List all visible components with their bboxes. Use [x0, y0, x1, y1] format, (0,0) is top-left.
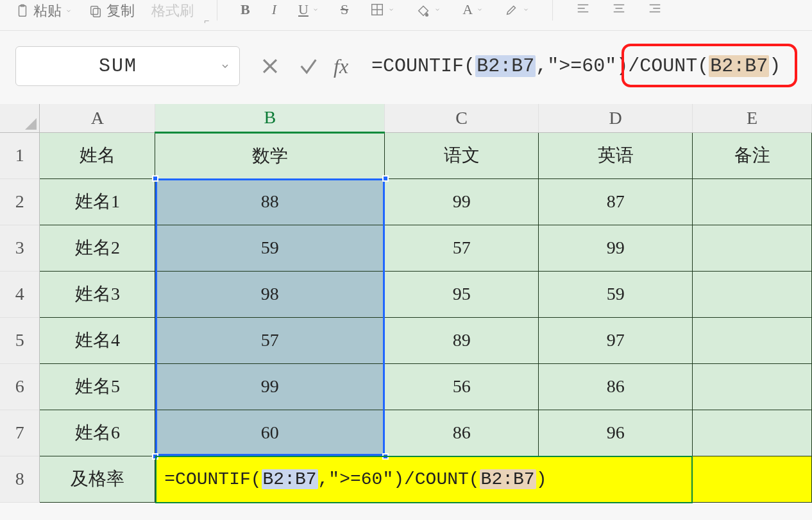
ribbon-separator [552, 0, 553, 21]
cell-E6[interactable] [693, 363, 812, 410]
highlight-button[interactable] [501, 1, 533, 18]
cell-B1[interactable]: 数学 [155, 132, 385, 178]
cell-B8-editing[interactable]: =COUNTIF(B2:B7,">=60")/COUNT(B2:B7) [155, 456, 693, 502]
column-header-row: A B C D E [0, 104, 812, 132]
cell-A6[interactable]: 姓名5 [40, 363, 155, 410]
borders-icon [370, 3, 384, 17]
format-painter-button[interactable]: 格式刷 [148, 0, 198, 22]
row-head-2[interactable]: 2 [0, 178, 40, 225]
formula-text: =COUNTIF(B2:B7,">=60")/COUNT(B2:B7) [371, 55, 781, 77]
cell-C7[interactable]: 86 [385, 410, 539, 456]
cell-C3[interactable]: 57 [385, 225, 539, 271]
paste-button[interactable]: 粘贴 [12, 0, 76, 22]
align-left-icon [576, 1, 590, 15]
cell-E5[interactable] [693, 317, 812, 363]
enter-button[interactable] [295, 53, 322, 80]
fill-icon [416, 3, 430, 17]
cell-B7[interactable]: 60 [155, 410, 385, 456]
col-head-B[interactable]: B [155, 104, 385, 132]
cell-A4[interactable]: 姓名3 [40, 271, 155, 317]
chevron-down-icon [477, 6, 483, 13]
row-head-7[interactable]: 7 [0, 410, 40, 456]
cell-D7[interactable]: 96 [539, 410, 693, 456]
fx-label[interactable]: fx [334, 55, 352, 78]
col-head-A[interactable]: A [40, 104, 155, 132]
cell-B2[interactable]: 88 [155, 178, 385, 225]
paste-icon [15, 4, 30, 18]
cell-E3[interactable] [693, 225, 812, 271]
chevron-down-icon [523, 6, 529, 13]
table-row: 1 姓名 数学 语文 英语 备注 [0, 132, 812, 178]
row-head-3[interactable]: 3 [0, 225, 40, 271]
cell-A1[interactable]: 姓名 [40, 132, 155, 178]
cell-B4[interactable]: 98 [155, 271, 385, 317]
cell-A8[interactable]: 及格率 [40, 456, 155, 502]
name-box-value: SUM [16, 55, 220, 77]
ribbon-separator [217, 0, 217, 21]
formula-input[interactable]: =COUNTIF(B2:B7,">=60")/COUNT(B2:B7) [369, 46, 797, 86]
cancel-button[interactable] [257, 53, 283, 80]
cell-E4[interactable] [693, 271, 812, 317]
cell-D1[interactable]: 英语 [539, 132, 693, 178]
spreadsheet-grid[interactable]: A B C D E 1 姓名 数学 语文 英语 备注 2 姓名1 88 [0, 104, 812, 503]
cell-A7[interactable]: 姓名6 [40, 410, 155, 456]
italic-button[interactable]: I [268, 0, 280, 19]
align-left-button[interactable] [572, 0, 594, 17]
font-color-button[interactable]: A [459, 0, 487, 19]
table-row: 7 姓名6 60 86 96 [0, 410, 812, 456]
table-row: 3 姓名2 59 57 99 [0, 225, 812, 271]
row-head-5[interactable]: 5 [0, 317, 40, 363]
cell-A5[interactable]: 姓名4 [40, 317, 155, 363]
table-row: 8 及格率 =COUNTIF(B2:B7,">=60")/COUNT(B2:B7… [0, 456, 812, 502]
cell-C1[interactable]: 语文 [385, 132, 539, 178]
cell-C2[interactable]: 99 [385, 178, 539, 225]
cell-D2[interactable]: 87 [539, 178, 693, 225]
table-row: 5 姓名4 57 89 97 [0, 317, 812, 363]
align-center-icon [612, 1, 626, 15]
cell-C4[interactable]: 95 [385, 271, 539, 317]
cell-D5[interactable]: 97 [539, 317, 693, 363]
underline-button[interactable]: U [294, 0, 323, 19]
chevron-down-icon [434, 6, 441, 13]
copy-button[interactable]: 复制 [85, 0, 139, 22]
col-head-D[interactable]: D [539, 104, 693, 132]
row-head-1[interactable]: 1 [0, 132, 40, 178]
cell-B5[interactable]: 57 [155, 317, 385, 363]
table-row: 2 姓名1 88 99 87 [0, 178, 812, 225]
row-head-4[interactable]: 4 [0, 271, 40, 317]
row-head-8[interactable]: 8 [0, 456, 40, 502]
strike-button[interactable]: S [337, 0, 352, 19]
cell-E1[interactable]: 备注 [693, 132, 812, 178]
chevron-down-icon[interactable] [220, 61, 230, 71]
cell-C5[interactable]: 89 [385, 317, 539, 363]
name-box[interactable]: SUM [15, 46, 240, 86]
fill-color-button[interactable] [412, 1, 444, 18]
cell-A3[interactable]: 姓名2 [40, 225, 155, 271]
cell-E2[interactable] [693, 178, 812, 225]
paste-label: 粘贴 [33, 1, 62, 21]
cell-B6[interactable]: 99 [155, 363, 385, 410]
cell-D4[interactable]: 59 [539, 271, 693, 317]
cell-B3[interactable]: 59 [155, 225, 385, 271]
borders-button[interactable] [366, 1, 398, 18]
bold-button[interactable]: B [237, 0, 254, 19]
cell-D3[interactable]: 99 [539, 225, 693, 271]
cell-E8[interactable] [693, 456, 812, 502]
dialog-launcher-icon[interactable]: ⌐ [204, 15, 209, 26]
align-center-button[interactable] [608, 0, 630, 17]
ribbon-fragment: 粘贴 复制 格式刷 B I U S A [0, 0, 812, 31]
chevron-down-icon [388, 6, 394, 13]
cell-E7[interactable] [693, 410, 812, 456]
chevron-down-icon [65, 8, 72, 14]
row-head-6[interactable]: 6 [0, 363, 40, 410]
copy-icon [89, 4, 103, 18]
cell-D6[interactable]: 86 [539, 363, 693, 410]
col-head-C[interactable]: C [385, 104, 539, 132]
cell-C6[interactable]: 56 [385, 363, 539, 410]
highlight-icon [505, 3, 519, 17]
align-right-button[interactable] [644, 0, 666, 17]
select-all-corner[interactable] [0, 104, 40, 132]
col-head-E[interactable]: E [693, 104, 812, 132]
align-right-icon [648, 1, 662, 15]
cell-A2[interactable]: 姓名1 [40, 178, 155, 225]
